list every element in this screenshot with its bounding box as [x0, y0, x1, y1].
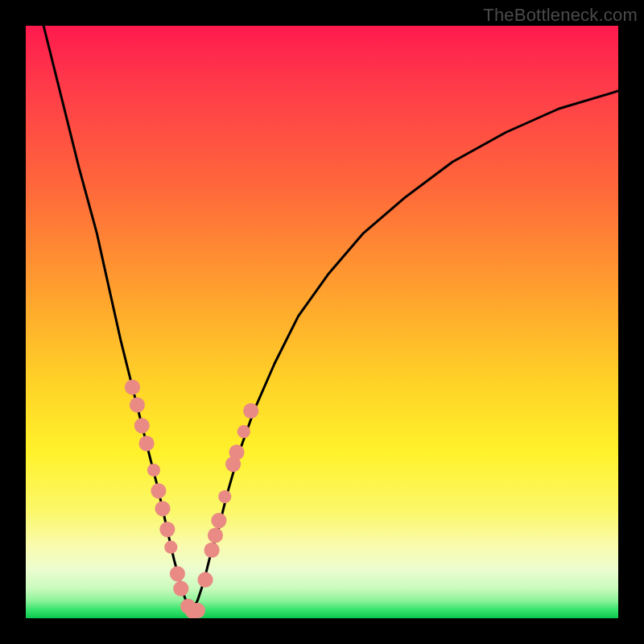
marker-dot	[170, 566, 185, 581]
curve-group	[43, 26, 618, 613]
marker-dot	[139, 436, 155, 451]
marker-dot	[229, 444, 244, 460]
marker-dot	[204, 543, 220, 558]
marker-dot	[155, 501, 170, 516]
marker-dot	[125, 379, 140, 394]
chart-frame: TheBottleneck.com	[0, 0, 644, 644]
marker-dot	[243, 403, 258, 419]
marker-dot	[211, 513, 226, 528]
marker-dot	[197, 572, 213, 588]
plot-area	[26, 26, 618, 618]
marker-dot	[237, 425, 250, 438]
watermark-text: TheBottleneck.com	[483, 5, 638, 26]
marker-dot	[208, 527, 223, 543]
marker-dot	[151, 483, 166, 498]
marker-dot	[218, 490, 231, 503]
curve-svg	[26, 26, 618, 618]
marker-dot	[147, 464, 160, 477]
marker-dot	[130, 397, 145, 412]
marker-dot	[173, 581, 188, 597]
curve-right-branch	[192, 91, 618, 613]
marker-dot	[134, 418, 150, 433]
marker-dot	[190, 603, 205, 618]
marker-dot	[159, 522, 175, 537]
marker-dot	[164, 541, 177, 554]
marker-group	[125, 379, 258, 618]
